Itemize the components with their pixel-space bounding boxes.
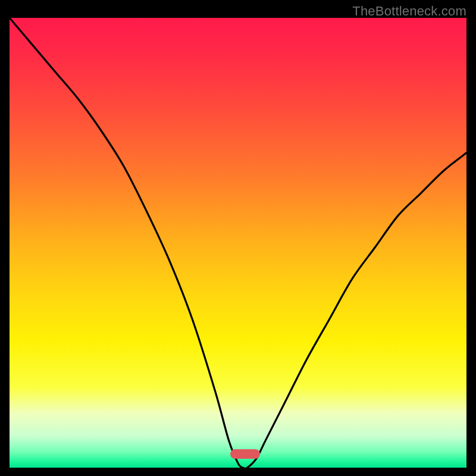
watermark-text: TheBottleneck.com [352,4,466,19]
bottleneck-curve [10,18,466,468]
optimal-marker [230,449,260,459]
chart-frame: TheBottleneck.com [0,0,476,476]
plot-area [10,18,466,468]
